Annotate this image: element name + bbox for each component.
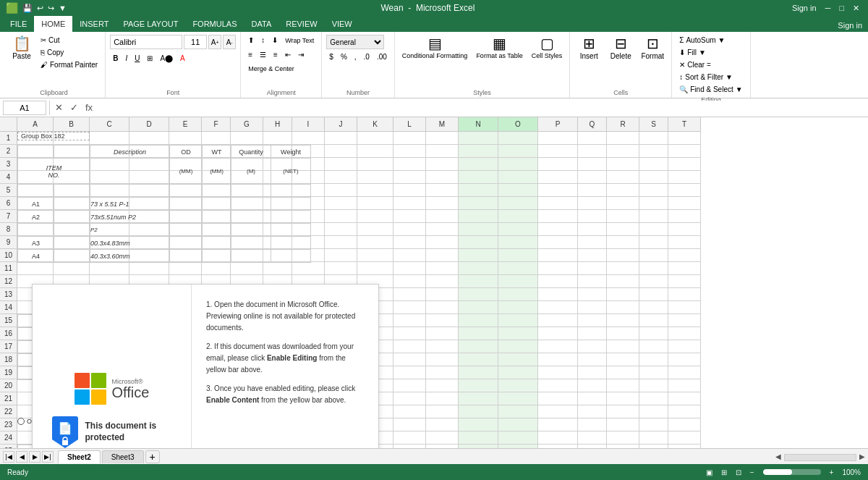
cell-d5[interactable]	[129, 184, 169, 196]
cell-a10[interactable]	[17, 249, 54, 261]
cell-m23[interactable]	[426, 418, 459, 431]
cell-p19[interactable]	[538, 366, 578, 379]
cell-n12[interactable]	[459, 275, 498, 287]
cell-q1[interactable]	[578, 132, 607, 144]
number-format-select[interactable]: General	[326, 35, 384, 49]
delete-cell-button[interactable]: ⊟ Delete	[606, 35, 635, 62]
cell-l15[interactable]	[393, 314, 426, 327]
underline-button[interactable]: U	[132, 53, 142, 64]
cell-l3[interactable]	[393, 158, 426, 170]
cell-d4[interactable]	[129, 171, 169, 183]
cell-q13[interactable]	[578, 288, 607, 300]
cell-g8[interactable]	[231, 223, 263, 235]
quick-access-undo[interactable]: ↩	[37, 4, 43, 13]
cell-n20[interactable]	[459, 379, 498, 392]
cell-l9[interactable]	[393, 236, 426, 248]
formula-input[interactable]	[98, 101, 865, 115]
cell-m14[interactable]	[426, 301, 459, 313]
cell-s14[interactable]	[639, 301, 668, 313]
cell-s1[interactable]	[639, 132, 668, 144]
col-header-a[interactable]: A	[17, 117, 54, 132]
conditional-formatting-button[interactable]: ▤ Conditional Formatting	[399, 35, 471, 61]
tab-file[interactable]: FILE	[3, 16, 34, 32]
font-decrease-btn[interactable]: A-	[223, 35, 236, 49]
cell-r4[interactable]	[607, 171, 639, 183]
cell-d7[interactable]	[129, 210, 169, 222]
cell-s3[interactable]	[639, 158, 668, 170]
cell-j8[interactable]	[325, 223, 357, 235]
cell-t1[interactable]	[668, 132, 701, 144]
cell-n7[interactable]	[459, 210, 498, 222]
cell-s25[interactable]	[639, 445, 668, 448]
scroll-left-btn[interactable]: ◀	[775, 452, 781, 461]
cell-p13[interactable]	[538, 288, 578, 300]
cell-t5[interactable]	[668, 184, 701, 196]
cell-l24[interactable]	[393, 431, 426, 444]
cell-m16[interactable]	[426, 327, 459, 340]
cell-n19[interactable]	[459, 366, 498, 379]
cell-s4[interactable]	[639, 171, 668, 183]
bold-button[interactable]: B	[110, 53, 121, 64]
cell-e2[interactable]	[169, 145, 202, 157]
cell-p9[interactable]	[538, 236, 578, 248]
cell-e1[interactable]	[169, 132, 202, 144]
col-header-t[interactable]: T	[668, 117, 701, 132]
cell-k11[interactable]	[357, 262, 393, 274]
comma-button[interactable]: ,	[352, 51, 359, 62]
wrap-text-button[interactable]: Wrap Text	[282, 35, 317, 46]
cell-l18[interactable]	[393, 353, 426, 366]
cell-l19[interactable]	[393, 366, 426, 379]
cell-f11[interactable]	[202, 262, 231, 274]
cell-r2[interactable]	[607, 145, 639, 157]
cell-q24[interactable]	[578, 431, 607, 444]
cell-m15[interactable]	[426, 314, 459, 327]
cell-l4[interactable]	[393, 171, 426, 183]
cell-k1[interactable]	[357, 132, 393, 144]
cell-m3[interactable]	[426, 158, 459, 170]
cell-q10[interactable]	[578, 249, 607, 261]
cell-f3[interactable]	[202, 158, 231, 170]
cell-t16[interactable]	[668, 327, 701, 340]
cell-f1[interactable]	[202, 132, 231, 144]
cell-n18[interactable]	[459, 353, 498, 366]
cell-f10[interactable]	[202, 249, 231, 261]
cell-r15[interactable]	[607, 314, 639, 327]
align-right-button[interactable]: ≡	[271, 49, 281, 60]
cell-e9[interactable]	[169, 236, 202, 248]
cell-q11[interactable]	[578, 262, 607, 274]
cell-e4[interactable]	[169, 171, 202, 183]
col-header-l[interactable]: L	[393, 117, 426, 132]
cell-m5[interactable]	[426, 184, 459, 196]
cell-q17[interactable]	[578, 340, 607, 353]
cell-q16[interactable]	[578, 327, 607, 340]
cell-r18[interactable]	[607, 353, 639, 366]
fill-button[interactable]: ⬇ Fill ▼	[676, 47, 709, 58]
col-header-i[interactable]: I	[292, 117, 325, 132]
cell-f6[interactable]	[202, 197, 231, 209]
cell-l25[interactable]	[393, 445, 426, 448]
cell-s12[interactable]	[639, 275, 668, 287]
cell-b1[interactable]	[54, 132, 90, 144]
quick-access-save[interactable]: 💾	[22, 4, 33, 13]
cell-p12[interactable]	[538, 275, 578, 287]
cell-p23[interactable]	[538, 418, 578, 431]
cell-n6[interactable]	[459, 197, 498, 209]
cell-t23[interactable]	[668, 418, 701, 431]
cell-t20[interactable]	[668, 379, 701, 392]
cell-r10[interactable]	[607, 249, 639, 261]
cell-m12[interactable]	[426, 275, 459, 287]
col-header-c[interactable]: C	[90, 117, 129, 132]
scroll-right-btn[interactable]: ▶	[859, 452, 865, 461]
cell-l7[interactable]	[393, 210, 426, 222]
cell-a5[interactable]	[17, 184, 54, 196]
merge-center-button[interactable]: Merge & Center	[245, 64, 297, 74]
cell-n23[interactable]	[459, 418, 498, 431]
tab-home[interactable]: HOME	[34, 16, 72, 32]
cell-l11[interactable]	[393, 262, 426, 274]
italic-button[interactable]: I	[122, 53, 130, 64]
tab-view[interactable]: VIEW	[325, 16, 359, 32]
cell-s16[interactable]	[639, 327, 668, 340]
col-header-j[interactable]: J	[325, 117, 357, 132]
cell-o23[interactable]	[498, 418, 538, 431]
cell-l10[interactable]	[393, 249, 426, 261]
